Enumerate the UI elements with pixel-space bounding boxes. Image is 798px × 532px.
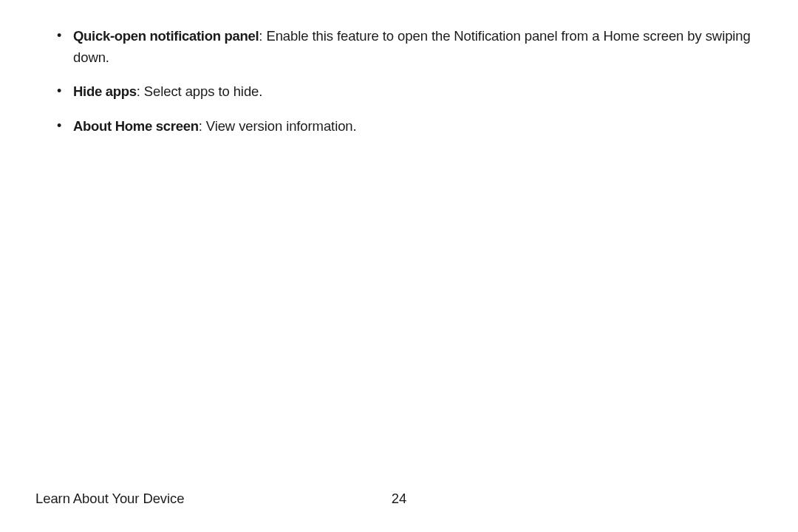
list-item: About Home screen: View version informat… (55, 116, 757, 137)
page-number: 24 (392, 491, 406, 507)
description: : Select apps to hide. (137, 83, 263, 99)
description: : View version information. (199, 118, 357, 134)
footer-section-title: Learn About Your Device (35, 491, 184, 507)
content-area: Quick-open notification panel: Enable th… (0, 0, 798, 137)
list-item: Hide apps: Select apps to hide. (55, 81, 757, 103)
list-item: Quick-open notification panel: Enable th… (55, 26, 757, 68)
bullet-list: Quick-open notification panel: Enable th… (55, 26, 757, 137)
term: Quick-open notification panel (73, 28, 259, 44)
term: Hide apps (73, 83, 137, 99)
term: About Home screen (73, 118, 199, 134)
